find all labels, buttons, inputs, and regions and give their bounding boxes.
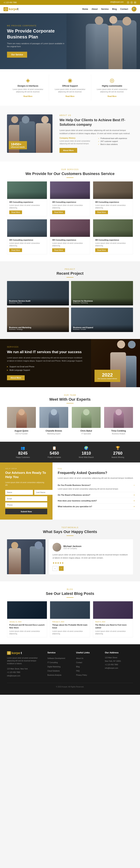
project-title-3: Business and Expand	[73, 327, 131, 329]
it-desc: Lorem ipsum dolor sit amet consectetur a…	[7, 356, 84, 362]
blog-section: Blog See Our Latest Blog Posts January 1…	[0, 581, 140, 644]
faq-toggle-2: +	[134, 500, 135, 502]
faq-question-3[interactable]: What industries do you specialize in? +	[58, 505, 135, 507]
blog-grid: January 12, 2023 Profound and 60 Second …	[0, 601, 140, 644]
projects-section: Project Recent Project Business Service …	[0, 261, 140, 339]
hero-content: We Provide Corporate We Provide Corporat…	[7, 25, 66, 58]
blog-post-title-1: Things about the Probable World main Iss…	[52, 624, 88, 629]
nav-about[interactable]: About	[91, 8, 97, 10]
services-header: Our Services We Provide for Our Customer…	[0, 161, 140, 181]
testimonial-prev-button[interactable]: ‹	[53, 566, 57, 571]
footer-address: Our Address 123 Main Street New York, NY…	[105, 651, 133, 678]
experts-grid: August Quinn CEO & Founder Chanelle Bren…	[0, 407, 140, 442]
it-image-area: 2022 Our success reward Winner	[91, 339, 140, 387]
hero-title: We Provide Corporate Business Plan	[7, 28, 66, 40]
service-btn-1[interactable]: Read More	[52, 211, 65, 214]
footer-useful-link-2[interactable]: Blog	[76, 666, 80, 668]
blog-excerpt-2: Lorem ipsum dolor sit amet consectetur a…	[95, 630, 131, 635]
expert-role-2: IT Specialist	[72, 433, 101, 435]
footer-service-link-0[interactable]: Software Development	[48, 657, 65, 659]
expert-role-3: Business Analyst	[104, 433, 133, 435]
stat-label-2: World Wide Branch	[79, 456, 94, 458]
footer-useful-link-1[interactable]: Contact	[76, 661, 82, 663]
faq-label: FAQ	[58, 468, 135, 469]
blog-date-2: March 8, 2023	[95, 621, 131, 623]
advisors-faq-section: Help Desk Our Advisors Are Ready To Help…	[0, 462, 140, 520]
footer-service-link-3[interactable]: Cloud Solutions	[48, 670, 60, 672]
it-cta-button[interactable]: About More	[7, 375, 25, 380]
feature-card-2: ◎ Highly customizable Lorem ipsum dolor …	[91, 74, 133, 100]
feature-readmore-1[interactable]: Read More	[65, 95, 74, 97]
service-title-5: HR Consulting experience	[95, 239, 131, 241]
service-btn-2[interactable]: Read More	[95, 211, 108, 214]
footer-useful-link-4[interactable]: Privacy Policy	[76, 674, 87, 676]
footer-useful-link-0[interactable]: About Us	[76, 657, 83, 659]
stat-num-1: 5450	[48, 451, 61, 456]
feature-icon-1: ◉	[53, 77, 87, 83]
projects-header: Project Recent Project	[0, 261, 140, 281]
footer-service-link-1[interactable]: IT Consulting	[48, 661, 58, 663]
project-card-3: Business and Expand Business / Growth	[71, 308, 133, 332]
footer-grid: ⬡ korpet Lorem ipsum dolor sit amet cons…	[7, 651, 133, 678]
projects-grid: Business Service Audit Business / Servic…	[0, 281, 140, 339]
main-nav: ⬡ korpet Home About Service Blog Contact…	[0, 5, 140, 13]
feature-readmore-2[interactable]: Read More	[108, 95, 116, 97]
stat-icon-2: 🌍	[79, 446, 94, 450]
search-button[interactable]: 🔍	[132, 7, 137, 11]
faq-item-3: What industries do you specialize in? +	[58, 504, 135, 509]
service-btn-4[interactable]: Read More	[52, 248, 65, 252]
social-in-icon[interactable]: in	[134, 1, 137, 4]
about-company-history: Company History	[59, 137, 94, 139]
project-card-1: Improve for Business Business / Marketin…	[71, 281, 133, 306]
social-fb-icon[interactable]: f	[127, 1, 130, 4]
feature-desc-0: Lorem ipsum dolor sit amet consectetur a…	[10, 88, 45, 93]
service-btn-3[interactable]: Read More	[9, 248, 22, 252]
about-list: ✓Professional team with experience ✓24/7…	[98, 137, 133, 146]
nav-blog[interactable]: Blog	[112, 8, 117, 10]
project-subtitle-2: Business / Strategy	[9, 329, 67, 330]
blog-header: Blog See Our Latest Blog Posts	[0, 581, 140, 601]
service-card-0: HR Consulting experience Lorem ipsum dol…	[7, 181, 47, 216]
advisor-name-input[interactable]	[5, 490, 33, 495]
service-btn-5[interactable]: Read More	[95, 248, 108, 252]
feature-readmore-0[interactable]: Read More	[24, 95, 32, 97]
footer-service-link-4[interactable]: Business Analysis	[48, 674, 61, 676]
feature-card-0: ◈ Designs & Interfaces Lorem ipsum dolor…	[7, 74, 49, 100]
about-cta-button[interactable]: About More	[59, 148, 77, 153]
services-section: Our Services We Provide for Our Customer…	[0, 161, 140, 261]
footer-address-heading: Our Address	[105, 651, 133, 654]
faq-question-2[interactable]: How does your business consulting work? …	[58, 500, 135, 502]
advisors-panel: Help Desk Our Advisors Are Ready To Help…	[0, 462, 53, 520]
project-title-1: Improve for Business	[73, 300, 131, 302]
advisor-email-input[interactable]	[5, 496, 47, 501]
hero-section: We Provide Corporate We Provide Corporat…	[0, 13, 140, 69]
testimonial-next-button[interactable]: ›	[59, 566, 64, 571]
hero-cta-button[interactable]: Our Service	[7, 52, 27, 58]
service-title-3: HR Consulting experience	[9, 239, 45, 241]
feature-icon-0: ◈	[10, 77, 45, 83]
social-tw-icon[interactable]: t	[130, 1, 133, 4]
expert-card-3: Trina Conkling Business Analyst	[104, 407, 133, 435]
about-content: About Us We Help Our Clients to Achieve …	[59, 114, 133, 153]
faq-question-0[interactable]: Do You Provide Business Services? −	[58, 484, 135, 486]
service-btn-0[interactable]: Read More	[9, 211, 22, 214]
stat-label-1: Project Complete	[48, 456, 61, 458]
footer-service-link-2[interactable]: Digital Marketing	[48, 666, 60, 668]
advisor-submit-button[interactable]: Submit Now	[5, 509, 47, 514]
footer-useful-link-3[interactable]: FAQ	[76, 670, 80, 672]
about-image: 18450+ Influenced Awards	[7, 114, 53, 153]
nav-home[interactable]: Home	[82, 8, 88, 10]
expert-card-0: August Quinn CEO & Founder	[7, 407, 36, 435]
faq-item-1: On The Board of Business service? +	[58, 492, 135, 498]
testimonial-image	[7, 539, 46, 574]
stat-num-0: 8245	[16, 451, 30, 456]
hero-label: We Provide Corporate	[7, 25, 66, 27]
top-bar-email: info@korpet.com	[110, 1, 123, 4]
services-label: Our Services	[7, 168, 133, 170]
faq-item-0: Do You Provide Business Services? − Lore…	[58, 483, 135, 492]
nav-contact[interactable]: Contact	[120, 8, 128, 10]
faq-question-1[interactable]: On The Board of Business service? +	[58, 494, 135, 496]
nav-service[interactable]: Service	[101, 8, 109, 10]
advisor-phone-input[interactable]	[5, 502, 47, 507]
testimonials-title: What Says Our Happy Clients	[7, 530, 133, 534]
